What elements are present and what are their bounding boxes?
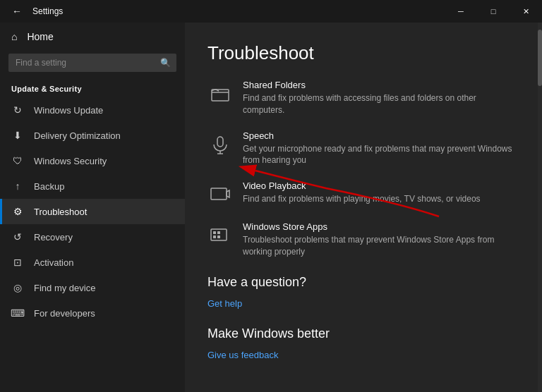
search-icon: 🔍: [160, 58, 171, 68]
svg-rect-5: [211, 229, 227, 240]
svg-rect-4: [211, 188, 227, 200]
video-playback-desc: Find and fix problems with playing movie…: [243, 193, 481, 205]
sidebar-item-for-developers[interactable]: ⌨ For developers: [0, 300, 185, 326]
windows-store-apps-text: Windows Store Apps Troubleshoot problems…: [243, 221, 515, 258]
sidebar-item-label: Recovery: [34, 232, 73, 243]
shared-folders-icon: [207, 81, 233, 106]
video-playback-title: Video Playback: [243, 180, 481, 191]
activation-icon: ⊡: [11, 257, 24, 268]
sidebar-item-label: For developers: [34, 308, 95, 319]
shared-folders-title: Shared Folders: [243, 80, 515, 90]
sidebar-item-label: Find my device: [34, 283, 95, 293]
scrollbar-thumb[interactable]: [538, 30, 542, 86]
sidebar-section-title: Update & Security: [0, 79, 185, 97]
sidebar-item-windows-security[interactable]: 🛡 Windows Security: [0, 148, 185, 173]
sidebar-item-backup[interactable]: ↑ Backup: [0, 173, 185, 199]
title-bar: ← Settings ─ □ ✕: [0, 0, 542, 23]
sidebar-item-label: Troubleshoot: [34, 207, 87, 217]
close-button[interactable]: ✕: [510, 0, 542, 23]
shared-folders-text: Shared Folders Find and fix problems wit…: [243, 80, 515, 116]
sidebar-item-windows-update[interactable]: ↻ Windows Update: [0, 97, 185, 123]
delivery-optimization-icon: ⬇: [11, 130, 24, 141]
troubleshoot-icon: ⚙: [11, 206, 24, 217]
sidebar-item-label: Windows Update: [34, 105, 103, 116]
content-area: Troubleshoot Shared Folders Find and fix…: [185, 23, 538, 392]
sidebar-item-home[interactable]: ⌂ Home: [0, 23, 185, 51]
sidebar-item-troubleshoot[interactable]: ⚙ Troubleshoot: [0, 199, 185, 224]
windows-update-icon: ↻: [11, 104, 24, 116]
recovery-icon: ↺: [11, 231, 24, 243]
search-container: 🔍: [8, 54, 176, 72]
sidebar-item-delivery-optimization[interactable]: ⬇ Delivery Optimization: [0, 123, 185, 148]
sidebar: ⌂ Home 🔍 Update & Security ↻ Windows Upd…: [0, 23, 185, 392]
minimize-button[interactable]: ─: [445, 0, 477, 23]
page-title: Troubleshoot: [207, 42, 515, 64]
troubleshoot-item-speech: Speech Get your microphone ready and fix…: [207, 130, 515, 167]
speech-title: Speech: [243, 130, 515, 141]
svg-rect-9: [217, 235, 220, 238]
windows-store-apps-desc: Troubleshoot problems that may prevent W…: [243, 234, 515, 258]
backup-icon: ↑: [11, 180, 24, 192]
troubleshoot-item-video-playback: Video Playback Find and fix problems wit…: [207, 180, 515, 207]
sidebar-item-label: Backup: [34, 181, 64, 192]
svg-rect-6: [213, 231, 216, 234]
sidebar-item-label: Activation: [34, 257, 73, 268]
svg-rect-8: [213, 235, 216, 238]
find-device-icon: ◎: [11, 282, 24, 293]
better-heading: Make Windows better: [207, 326, 515, 341]
sidebar-item-activation[interactable]: ⊡ Activation: [0, 250, 185, 275]
give-feedback-link[interactable]: Give us feedback: [207, 350, 278, 360]
svg-rect-0: [212, 90, 229, 101]
title-bar-left: ← Settings: [8, 3, 63, 20]
shared-folders-desc: Find and fix problems with accessing fil…: [243, 92, 515, 116]
sidebar-item-label: Windows Security: [34, 156, 107, 166]
video-playback-text: Video Playback Find and fix problems wit…: [243, 180, 481, 205]
back-button[interactable]: ←: [8, 3, 25, 20]
main-layout: ⌂ Home 🔍 Update & Security ↻ Windows Upd…: [0, 23, 542, 392]
windows-store-apps-title: Windows Store Apps: [243, 221, 515, 232]
question-section: Have a question? Get help: [207, 275, 515, 310]
speech-icon: [207, 132, 233, 157]
windows-store-apps-icon: [207, 223, 233, 248]
speech-desc: Get your microphone ready and fix proble…: [243, 143, 515, 167]
svg-rect-1: [217, 137, 223, 147]
video-playback-icon: [207, 182, 233, 207]
home-icon: ⌂: [11, 31, 17, 42]
developers-icon: ⌨: [11, 307, 24, 319]
get-help-link[interactable]: Get help: [207, 298, 242, 309]
better-section: Make Windows better Give us feedback: [207, 326, 515, 361]
sidebar-item-find-my-device[interactable]: ◎ Find my device: [0, 275, 185, 300]
scrollbar-track: [538, 23, 542, 392]
home-label: Home: [27, 31, 53, 42]
windows-security-icon: 🛡: [11, 155, 24, 166]
svg-rect-7: [217, 231, 220, 234]
question-heading: Have a question?: [207, 275, 515, 290]
search-input[interactable]: [8, 54, 176, 72]
troubleshoot-item-shared-folders: Shared Folders Find and fix problems wit…: [207, 80, 515, 116]
app-title: Settings: [32, 6, 63, 16]
sidebar-item-recovery[interactable]: ↺ Recovery: [0, 224, 185, 250]
window-controls: ─ □ ✕: [445, 0, 542, 23]
troubleshoot-item-windows-store-apps: Windows Store Apps Troubleshoot problems…: [207, 221, 515, 258]
maximize-button[interactable]: □: [477, 0, 510, 23]
sidebar-item-label: Delivery Optimization: [34, 130, 121, 141]
speech-text: Speech Get your microphone ready and fix…: [243, 130, 515, 167]
